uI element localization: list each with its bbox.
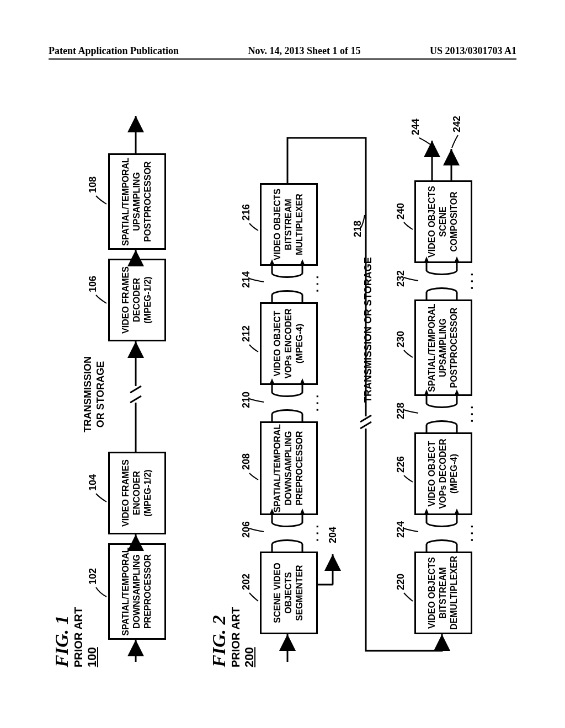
fig1-box1-text: SPATIAL/TEMPORAL DOWNSAMPLING PREPROCESS… xyxy=(120,547,153,635)
fig2-ref: 200 xyxy=(242,607,257,667)
fig2-ref-232: 232 xyxy=(395,270,407,287)
fig2-dotsB2: · · · xyxy=(465,396,479,432)
fig1-title-block: FIG. 1 PRIOR ART 100 xyxy=(51,607,99,667)
page: Patent Application Publication Nov. 14, … xyxy=(0,0,565,728)
fig2-ref-230: 230 xyxy=(395,331,407,347)
fig2-box-postprocessor: SPATIAL/TEMPORAL UPSAMPLING POSTPROCESSO… xyxy=(414,299,472,396)
fig2-box-preprocessor: SPATIAL/TEMPORAL DOWNSAMPLING PREPROCESS… xyxy=(260,421,318,515)
fig2-box-demultiplexer: VIDEO OBJECTS BITSTREAM DEMULTIPLEXER xyxy=(414,552,472,634)
fig2-ref-214: 214 xyxy=(241,271,252,288)
fig1-label: FIG. 1 xyxy=(51,607,72,667)
fig1-box3-text: VIDEO FRAMES DECODER (MPEG-1/2) xyxy=(120,266,153,334)
fig2-box-segmenter: SCENE VIDEO OBJECTS SEGMENTER xyxy=(260,552,318,634)
fig1-ref-104: 104 xyxy=(87,474,99,491)
fig2-ref-226: 226 xyxy=(395,456,407,473)
fig1-ref: 100 xyxy=(85,607,99,667)
fig2-ref-242: 242 xyxy=(451,116,463,132)
fig2-dmx-text: VIDEO OBJECTS BITSTREAM DEMULTIPLEXER xyxy=(427,556,460,630)
fig2-box-encoder: VIDEO OBJECT VOPs ENCODER (MPEG-4) xyxy=(260,302,318,385)
svg-line-17 xyxy=(360,415,371,422)
fig2-ref-208: 208 xyxy=(241,453,252,470)
fig2-ref-216: 216 xyxy=(241,204,252,221)
header-right: US 2013/0301703 A1 xyxy=(430,45,516,57)
fig2-dec-text: VIDEO OBJECT VOPs DECODER (MPEG-4) xyxy=(427,438,460,508)
fig2-title-block: FIG. 2 PRIOR ART 200 xyxy=(209,607,257,667)
fig2-prior-art: PRIOR ART xyxy=(230,607,242,667)
fig1-box-decoder: VIDEO FRAMES DECODER (MPEG-1/2) xyxy=(108,259,166,341)
fig1-box-preprocessor: SPATIAL/TEMPORAL DOWNSAMPLING PREPROCESS… xyxy=(108,543,166,640)
fig2-comp-text: VIDEO OBJECTS SCENE COMPOSITOR xyxy=(427,186,460,258)
fig2-seg-text: SCENE VIDEO OBJECTS SEGMENTER xyxy=(272,563,305,623)
header-rule xyxy=(49,58,516,60)
fig2-enc-text: VIDEO OBJECT VOPs ENCODER (MPEG-4) xyxy=(272,308,305,378)
fig2-box-decoder: VIDEO OBJECT VOPs DECODER (MPEG-4) xyxy=(414,432,472,515)
fig2-ref-204: 204 xyxy=(327,527,339,543)
fig2-ref-210: 210 xyxy=(241,392,252,408)
fig1-ref-108: 108 xyxy=(87,176,99,193)
fig2-dotsA1: · · · xyxy=(311,515,325,552)
fig2-dotsB3: · · · xyxy=(465,263,479,299)
svg-line-18 xyxy=(360,422,371,429)
fig2-dotsA3: · · · xyxy=(311,266,325,302)
fig1-box4-text: SPATIAL/TEMPORAL UPSAMPLING POSTPROCESSO… xyxy=(120,157,153,245)
fig1-ref-102: 102 xyxy=(87,568,99,585)
fig2-encode-row: SCENE VIDEO OBJECTS SEGMENTER · · · SPAT… xyxy=(258,94,319,667)
fig2-dotsA2: · · · xyxy=(311,385,325,421)
fig2-transmission-label: TRANSMISSION OR STORAGE xyxy=(362,257,375,403)
fig1-box-encoder: VIDEO FRAMES ENCODER (MPEG-1/2) xyxy=(108,452,166,534)
fig2-mux-text: VIDEO OBJECTS BITSTREAM MULTIPLEXER xyxy=(272,189,305,260)
fig2-ref-224: 224 xyxy=(395,521,407,538)
fig1-ref-106: 106 xyxy=(87,276,99,292)
header-middle: Nov. 14, 2013 Sheet 1 of 15 xyxy=(248,45,361,57)
fig2-pre-text: SPATIAL/TEMPORAL DOWNSAMPLING PREPROCESS… xyxy=(272,424,305,512)
fig2-dotsB1: · · · xyxy=(465,515,479,552)
fig2-ref-228: 228 xyxy=(395,403,407,419)
diagram-rotated: FIG. 1 PRIOR ART 100 SPATIAL/TEMPORAL DO… xyxy=(49,94,516,667)
fig2-ref-220: 220 xyxy=(395,574,407,590)
fig2-decode-row: VIDEO OBJECTS BITSTREAM DEMULTIPLEXER · … xyxy=(413,94,473,667)
fig2-ref-212: 212 xyxy=(241,325,252,342)
fig2-box-multiplexer: VIDEO OBJECTS BITSTREAM MULTIPLEXER xyxy=(260,183,318,266)
fig2-ref-218: 218 xyxy=(352,221,364,237)
header-left: Patent Application Publication xyxy=(49,45,179,57)
fig2-ref-244: 244 xyxy=(410,119,422,135)
fig2-ref-202: 202 xyxy=(241,574,252,590)
fig2-label: FIG. 2 xyxy=(209,607,230,667)
fig1-prior-art: PRIOR ART xyxy=(72,607,85,667)
fig1-row: SPATIAL/TEMPORAL DOWNSAMPLING PREPROCESS… xyxy=(106,94,167,667)
fig1-box2-text: VIDEO FRAMES ENCODER (MPEG-1/2) xyxy=(120,459,153,527)
diagram-region: FIG. 1 PRIOR ART 100 SPATIAL/TEMPORAL DO… xyxy=(49,94,516,667)
fig1-transmission-label: TRANSMISSION OR STORAGE xyxy=(82,342,108,447)
fig2-ref-206: 206 xyxy=(241,521,252,538)
fig2-ref-240: 240 xyxy=(395,203,407,220)
figure-1: FIG. 1 PRIOR ART 100 SPATIAL/TEMPORAL DO… xyxy=(54,94,192,667)
page-header: Patent Application Publication Nov. 14, … xyxy=(49,45,516,57)
fig1-box-postprocessor: SPATIAL/TEMPORAL UPSAMPLING POSTPROCESSO… xyxy=(108,153,166,250)
fig2-box-compositor: VIDEO OBJECTS SCENE COMPOSITOR xyxy=(414,180,472,263)
figure-2: FIG. 2 PRIOR ART 200 SCENE VIDEO OBJECTS… xyxy=(220,94,507,667)
fig2-post-text: SPATIAL/TEMPORAL UPSAMPLING POSTPROCESSO… xyxy=(427,303,460,392)
